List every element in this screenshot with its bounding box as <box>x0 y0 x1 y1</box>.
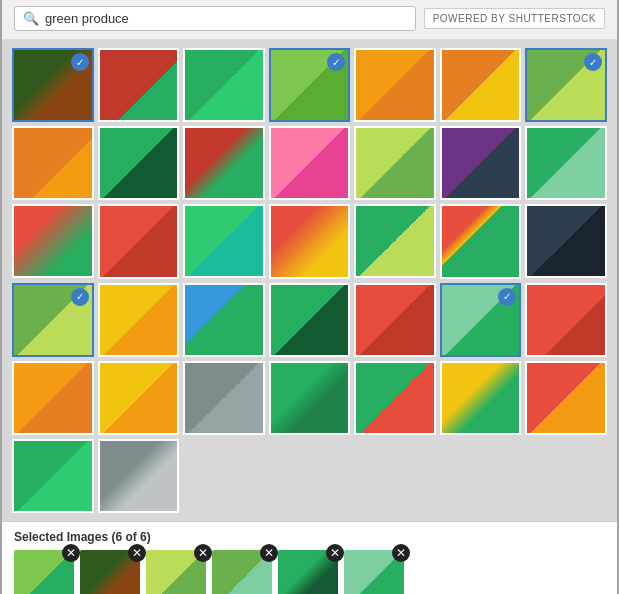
image-cell-21[interactable] <box>525 204 607 278</box>
image-cell-24[interactable] <box>183 283 265 357</box>
image-cell-27[interactable]: ✓ <box>440 283 522 357</box>
image-cell-8[interactable] <box>12 126 94 200</box>
check-badge-22: ✓ <box>71 288 89 306</box>
image-cell-18[interactable] <box>269 204 351 278</box>
image-cell-4[interactable]: ✓ <box>269 48 351 122</box>
selected-count: (6 of 6) <box>111 530 150 544</box>
selected-thumb-6: ✕ <box>344 550 404 594</box>
image-cell-37[interactable] <box>98 439 180 513</box>
image-cell-2[interactable] <box>98 48 180 122</box>
image-cell-11[interactable] <box>269 126 351 200</box>
shutterstock-badge: POWERED BY SHUTTERSTOCK <box>424 8 605 29</box>
selected-thumb-2: ✕ <box>80 550 140 594</box>
select-images-modal: Select Images × ⬆ Upload Images 📷 Image … <box>2 0 617 594</box>
image-cell-1[interactable]: ✓ <box>12 48 94 122</box>
selected-panel-title: Selected Images (6 of 6) <box>14 530 605 544</box>
image-cell-36[interactable] <box>12 439 94 513</box>
image-cell-17[interactable] <box>183 204 265 278</box>
image-cell-30[interactable] <box>98 361 180 435</box>
check-badge-27: ✓ <box>498 288 516 306</box>
check-badge-1: ✓ <box>71 53 89 71</box>
search-input-wrap: 🔍 <box>14 6 416 31</box>
image-cell-15[interactable] <box>12 204 94 278</box>
remove-thumb-3[interactable]: ✕ <box>194 544 212 562</box>
selected-thumb-5: ✕ <box>278 550 338 594</box>
image-cell-7[interactable]: ✓ <box>525 48 607 122</box>
search-bar: 🔍 POWERED BY SHUTTERSTOCK <box>2 0 617 40</box>
remove-thumb-1[interactable]: ✕ <box>62 544 80 562</box>
image-cell-5[interactable] <box>354 48 436 122</box>
image-cell-9[interactable] <box>98 126 180 200</box>
image-cell-22[interactable]: ✓ <box>12 283 94 357</box>
image-cell-28[interactable] <box>525 283 607 357</box>
image-cell-31[interactable] <box>183 361 265 435</box>
check-badge-7: ✓ <box>584 53 602 71</box>
selected-thumb-4: ✕ <box>212 550 272 594</box>
image-cell-35[interactable] <box>525 361 607 435</box>
image-cell-10[interactable] <box>183 126 265 200</box>
selected-thumb-1: ✕ <box>14 550 74 594</box>
image-cell-13[interactable] <box>440 126 522 200</box>
search-input[interactable] <box>45 11 407 26</box>
remove-thumb-6[interactable]: ✕ <box>392 544 410 562</box>
image-cell-23[interactable] <box>98 283 180 357</box>
image-cell-20[interactable] <box>440 204 522 278</box>
selected-panel: Selected Images (6 of 6) ✕✕✕✕✕✕ <box>2 521 617 594</box>
image-grid-container: ✓✓✓✓✓ <box>2 40 617 521</box>
image-cell-6[interactable] <box>440 48 522 122</box>
search-icon: 🔍 <box>23 11 39 26</box>
image-cell-19[interactable] <box>354 204 436 278</box>
remove-thumb-4[interactable]: ✕ <box>260 544 278 562</box>
image-cell-12[interactable] <box>354 126 436 200</box>
image-cell-29[interactable] <box>12 361 94 435</box>
image-cell-26[interactable] <box>354 283 436 357</box>
remove-thumb-5[interactable]: ✕ <box>326 544 344 562</box>
selected-thumbs: ✕✕✕✕✕✕ <box>14 550 605 594</box>
image-cell-14[interactable] <box>525 126 607 200</box>
image-cell-34[interactable] <box>440 361 522 435</box>
image-cell-32[interactable] <box>269 361 351 435</box>
image-grid: ✓✓✓✓✓ <box>12 48 607 513</box>
selected-thumb-3: ✕ <box>146 550 206 594</box>
image-cell-25[interactable] <box>269 283 351 357</box>
selected-title-text: Selected Images <box>14 530 108 544</box>
remove-thumb-2[interactable]: ✕ <box>128 544 146 562</box>
image-cell-33[interactable] <box>354 361 436 435</box>
image-cell-16[interactable] <box>98 204 180 278</box>
image-cell-3[interactable] <box>183 48 265 122</box>
